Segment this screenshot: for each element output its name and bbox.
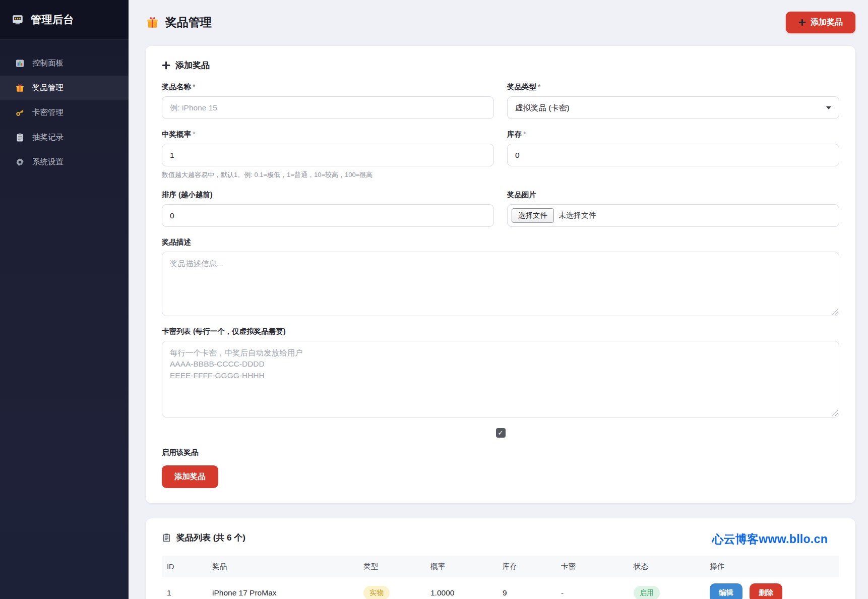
cell-cardkey: -: [556, 588, 629, 597]
sidebar-item-records[interactable]: 抽奖记录: [0, 125, 129, 150]
plus-icon: [162, 61, 170, 70]
submit-add-prize-button[interactable]: 添加奖品: [162, 465, 218, 488]
column-header-type: 类型: [358, 562, 425, 571]
add-prize-button-label: 添加奖品: [811, 17, 843, 28]
main-content: 奖品管理 添加奖品 添加奖品 奖品名称* 奖品类型*: [129, 0, 868, 599]
prize-table: ID 奖品 类型 概率 库存 卡密 状态 操作 1 iPhone 17 ProM…: [162, 556, 839, 599]
sort-input[interactable]: [162, 204, 494, 227]
field-prize-name: 奖品名称*: [162, 82, 494, 119]
sidebar: 管理后台 控制面板 奖品管理 卡密管理 抽奖记录: [0, 0, 129, 599]
field-description: 奖品描述: [162, 237, 839, 316]
prize-image-label: 奖品图片: [507, 190, 839, 200]
description-label: 奖品描述: [162, 237, 839, 247]
gift-icon: [15, 83, 25, 93]
probability-help-text: 数值越大越容易中，默认1。例: 0.1=极低，1=普通，10=较高，100=很高: [162, 170, 494, 179]
cardkeys-textarea[interactable]: [162, 341, 839, 417]
field-probability: 中奖概率* 数值越大越容易中，默认1。例: 0.1=极低，1=普通，10=较高，…: [162, 130, 494, 179]
cell-probability: 1.0000: [425, 588, 498, 597]
probability-input[interactable]: [162, 144, 494, 166]
type-badge: 实物: [363, 586, 390, 599]
form-section-title: 添加奖品: [162, 59, 839, 71]
slot-machine-icon: [11, 13, 24, 26]
add-prize-card: 添加奖品 奖品名称* 奖品类型* 虚拟奖品 (卡密) 中奖概率* 数值越大越容易: [146, 46, 855, 503]
stock-input[interactable]: [507, 144, 839, 166]
form-title-text: 添加奖品: [175, 59, 210, 71]
field-cardkeys: 卡密列表 (每行一个，仅虚拟奖品需要): [162, 327, 839, 417]
prize-type-select[interactable]: 虚拟奖品 (卡密): [507, 96, 839, 119]
prize-type-label: 奖品类型*: [507, 82, 839, 92]
column-header-id: ID: [162, 563, 207, 571]
key-icon: [15, 108, 25, 117]
prize-name-input[interactable]: [162, 96, 494, 119]
page-title-text: 奖品管理: [165, 15, 212, 30]
field-stock: 库存*: [507, 130, 839, 179]
watermark-text: 心云博客www.bllo.cn: [712, 531, 828, 547]
page-title: 奖品管理: [146, 15, 212, 30]
gift-icon: [146, 16, 159, 29]
table-row: 1 iPhone 17 ProMax 实物 1.0000 9 - 启用 编辑 删…: [162, 577, 839, 599]
column-header-probability: 概率: [425, 562, 498, 571]
app-title: 管理后台: [31, 13, 74, 27]
check-icon: ✓: [498, 429, 504, 437]
enable-checkbox-row: ✓: [162, 428, 839, 438]
cell-stock: 9: [498, 588, 556, 597]
column-header-status: 状态: [629, 562, 705, 571]
cardkeys-label: 卡密列表 (每行一个，仅虚拟奖品需要): [162, 327, 839, 336]
clipboard-icon: [162, 533, 171, 543]
probability-label: 中奖概率*: [162, 130, 494, 139]
enable-prize-label: 启用该奖品: [162, 448, 839, 457]
enable-prize-checkbox[interactable]: ✓: [496, 428, 506, 438]
cell-prize-name: iPhone 17 ProMax: [207, 588, 358, 597]
field-prize-image: 奖品图片 选择文件 未选择文件: [507, 190, 839, 227]
add-prize-button[interactable]: 添加奖品: [786, 12, 855, 33]
sidebar-item-cardkeys[interactable]: 卡密管理: [0, 100, 129, 125]
sidebar-item-label: 控制面板: [32, 58, 64, 69]
prize-list-card: 奖品列表 (共 6 个) 心云博客www.bllo.cn ID 奖品 类型 概率…: [146, 518, 855, 599]
clipboard-icon: [15, 133, 25, 142]
stock-label: 库存*: [507, 130, 839, 139]
prize-name-label: 奖品名称*: [162, 82, 494, 92]
column-header-cardkey: 卡密: [556, 562, 629, 571]
gear-icon: [15, 157, 25, 167]
sidebar-header: 管理后台: [0, 0, 129, 40]
field-prize-type: 奖品类型* 虚拟奖品 (卡密): [507, 82, 839, 119]
sidebar-item-label: 奖品管理: [32, 83, 64, 93]
sidebar-item-settings[interactable]: 系统设置: [0, 150, 129, 174]
sort-label: 排序 (越小越前): [162, 190, 494, 200]
table-header-row: ID 奖品 类型 概率 库存 卡密 状态 操作: [162, 556, 839, 577]
sidebar-item-prizes[interactable]: 奖品管理: [0, 76, 129, 100]
cell-id: 1: [162, 588, 207, 597]
prize-image-file-input[interactable]: 选择文件 未选择文件: [507, 204, 839, 227]
column-header-prize: 奖品: [207, 562, 358, 571]
column-header-stock: 库存: [498, 562, 556, 571]
sidebar-item-label: 抽奖记录: [32, 132, 64, 143]
required-marker: *: [193, 83, 196, 91]
required-marker: *: [193, 130, 196, 138]
delete-button[interactable]: 删除: [750, 583, 782, 599]
dashboard-icon: [15, 58, 25, 68]
column-header-actions: 操作: [705, 562, 839, 571]
page-header: 奖品管理 添加奖品: [146, 12, 855, 33]
sidebar-item-label: 卡密管理: [32, 107, 64, 118]
file-status-text: 未选择文件: [559, 211, 596, 220]
required-marker: *: [523, 130, 526, 138]
choose-file-button[interactable]: 选择文件: [512, 208, 554, 223]
edit-button[interactable]: 编辑: [710, 583, 742, 599]
sidebar-item-label: 系统设置: [32, 157, 64, 167]
plus-icon: [798, 19, 806, 26]
description-textarea[interactable]: [162, 252, 839, 316]
required-marker: *: [538, 83, 541, 91]
list-title-text: 奖品列表 (共 6 个): [176, 532, 245, 544]
sidebar-nav: 控制面板 奖品管理 卡密管理 抽奖记录 系统设置: [0, 40, 129, 174]
sidebar-item-dashboard[interactable]: 控制面板: [0, 51, 129, 76]
status-badge: 启用: [634, 586, 660, 599]
field-sort: 排序 (越小越前): [162, 190, 494, 227]
